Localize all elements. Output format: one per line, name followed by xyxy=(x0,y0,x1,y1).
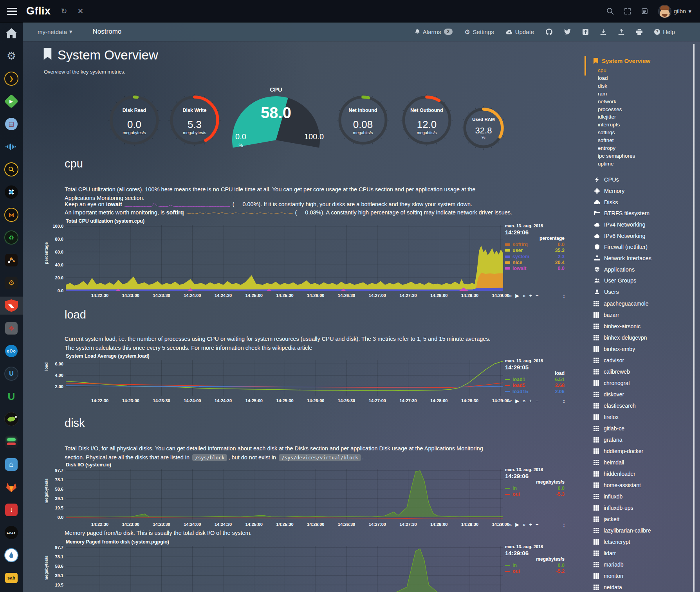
hamburger-menu-icon[interactable] xyxy=(7,8,17,15)
play-icon[interactable]: ▶ xyxy=(515,293,519,298)
sidebar-app-jackett[interactable] xyxy=(0,160,23,178)
sidebar-item-softnet[interactable]: softnet xyxy=(594,137,691,144)
update-button[interactable]: Update xyxy=(506,29,534,35)
play-icon[interactable]: ▶ xyxy=(515,522,519,527)
sidebar-app-home[interactable] xyxy=(0,24,23,42)
pan-backward-icon[interactable]: « xyxy=(509,398,512,403)
sidebar-app-binhex-emby[interactable]: binhex-emby xyxy=(594,343,691,354)
legend-in[interactable]: in0.0 xyxy=(505,563,565,568)
pan-forward-icon[interactable]: » xyxy=(523,293,525,298)
sidebar-app-monitorr[interactable]: monitorr xyxy=(594,570,691,581)
sidebar-app-gitlab[interactable] xyxy=(0,478,23,496)
sidebar-app-plex[interactable]: ❯ xyxy=(0,70,23,88)
pan-backward-icon[interactable]: « xyxy=(509,293,512,298)
sidebar-section-btrfs-filesystem[interactable]: BTRFS filesystem xyxy=(594,208,691,219)
sidebar-app-settings[interactable]: ⚙ xyxy=(0,47,23,65)
sidebar-section-firewall-netfilter-[interactable]: Firewall (netfilter) xyxy=(594,241,691,253)
github-icon[interactable] xyxy=(546,29,552,35)
sidebar-section-disks[interactable]: Disks xyxy=(594,196,691,208)
legend-user[interactable]: user35.3 xyxy=(505,248,565,253)
sidebar-app-home-assistant[interactable]: ⌂ xyxy=(0,455,23,473)
sidebar-app-diskover[interactable]: diskover xyxy=(594,389,691,400)
sidebar-app-monitorr[interactable] xyxy=(0,433,23,451)
host-dropdown[interactable]: my-netdata▾ xyxy=(38,28,72,35)
print-icon[interactable] xyxy=(636,29,642,35)
zoom-in-icon[interactable]: + xyxy=(529,293,532,298)
legend-iowait[interactable]: iowait0.0 xyxy=(505,266,565,271)
sidebar-app-airsonic[interactable] xyxy=(0,138,23,156)
sidebar-app-calibre-web[interactable]: ▤ xyxy=(0,115,23,133)
pan-forward-icon[interactable]: » xyxy=(523,522,525,527)
chart-resize-handle[interactable]: ↕ xyxy=(563,522,565,528)
sidebar-app-apacheguacamole[interactable]: apacheguacamole xyxy=(594,298,691,309)
sidebar-section-cpus[interactable]: CPUs xyxy=(594,174,691,185)
pan-forward-icon[interactable]: » xyxy=(523,398,525,403)
sidebar-app-sabnzbd[interactable]: sab xyxy=(0,569,23,587)
sidebar-app-cadvisor[interactable]: cadvisor xyxy=(594,354,691,366)
sidebar-section-user-groups[interactable]: User Groups xyxy=(594,275,691,286)
legend-nice[interactable]: nice20.4 xyxy=(505,260,565,265)
sidebar-app-deluge[interactable]: ⋈ xyxy=(0,206,23,224)
legend-system[interactable]: system2.3 xyxy=(505,254,565,259)
sidebar-item-entropy[interactable]: entropy xyxy=(594,144,691,152)
sidebar-app-duplicati[interactable] xyxy=(0,546,23,564)
facebook-icon[interactable] xyxy=(583,29,588,35)
sidebar-app-resilio[interactable]: ❖ xyxy=(0,319,23,337)
sidebar-app-ubooquity[interactable]: U xyxy=(0,365,23,383)
sidebar-app-lidarr[interactable]: lidarr xyxy=(594,547,691,559)
settings-button[interactable]: ⚙ Settings xyxy=(464,28,494,36)
sidebar-app-influxdb-ups[interactable]: influxdb-ups xyxy=(594,502,691,513)
sidebar-app-netdata[interactable]: netdata xyxy=(594,581,691,592)
alarms-button[interactable]: Alarms 2 xyxy=(415,29,453,35)
sidebar-app-mariadb[interactable]: mariadb xyxy=(594,559,691,570)
sidebar-app-binhex-delugevpn[interactable]: binhex-delugevpn xyxy=(594,332,691,343)
help-button[interactable]: ? Help xyxy=(654,29,675,35)
sidebar-app-lazylibrarian[interactable]: LAZY xyxy=(0,524,23,542)
sidebar-app-influxdb[interactable]: influxdb xyxy=(594,491,691,502)
zoom-in-icon[interactable]: + xyxy=(529,398,532,403)
sidebar-item-ipc-semaphores[interactable]: ipc semaphores xyxy=(594,152,691,160)
zoom-out-icon[interactable]: − xyxy=(536,398,539,403)
sidebar-app-bazarr[interactable]: bazarr xyxy=(594,309,691,320)
user-menu[interactable]: gilbn ▾ xyxy=(658,5,691,18)
sidebar-item-uptime[interactable]: uptime xyxy=(594,160,691,168)
softirq-sparkline[interactable] xyxy=(186,210,293,215)
chart-plot[interactable] xyxy=(66,546,503,592)
sidebar-app-hiddenloader[interactable]: hiddenloader xyxy=(594,468,691,479)
pan-backward-icon[interactable]: « xyxy=(509,522,512,527)
upload-icon[interactable] xyxy=(618,29,624,35)
sidebar-app-hddtemp-docker[interactable]: hddtemp-docker xyxy=(594,445,691,457)
sidebar-section-memory[interactable]: Memory xyxy=(594,185,691,196)
sidebar-app-hydra[interactable]: ⚙ xyxy=(0,274,23,292)
legend-load15[interactable]: load152.06 xyxy=(505,389,565,394)
play-icon[interactable]: ▶ xyxy=(515,398,519,403)
fullscreen-icon[interactable] xyxy=(624,8,631,15)
sidebar-app-elasticsearch[interactable]: elasticsearch xyxy=(594,400,691,411)
sidebar-section-ipv4-networking[interactable]: IPv4 Networking xyxy=(594,219,691,230)
iowait-sparkline[interactable] xyxy=(124,202,230,207)
sidebar-app-recycle[interactable]: ♻ xyxy=(0,229,23,247)
sidebar-app-organizr-tab[interactable]: ✖ xyxy=(0,183,23,201)
sidebar-app-calibreweb[interactable]: calibreweb xyxy=(594,366,691,377)
sidebar-app-metube[interactable]: ↓ xyxy=(0,501,23,519)
sidebar-app-unmanic[interactable]: U xyxy=(0,387,23,405)
chart-plot[interactable] xyxy=(66,360,503,396)
legend-load1[interactable]: load16.51 xyxy=(505,377,565,382)
gauge-disk-write[interactable]: Disk Write5.3megabytes/s xyxy=(166,92,223,149)
sidebar-item-interrupts[interactable]: interrupts xyxy=(594,121,691,129)
twitter-icon[interactable] xyxy=(564,29,571,35)
zoom-in-icon[interactable]: + xyxy=(529,522,532,527)
sidebar-app-letsencrypt[interactable]: letsencrypt xyxy=(594,536,691,547)
sidebar-app-netdata[interactable] xyxy=(0,297,23,315)
sidebar-item-load[interactable]: load xyxy=(594,74,691,82)
sidebar-app-tautulli[interactable] xyxy=(0,410,23,428)
sidebar-app-diskover[interactable] xyxy=(0,251,23,269)
legend-out[interactable]: out-5.2 xyxy=(505,569,565,574)
sidebar-app-home-assistant[interactable]: home-assistant xyxy=(594,479,691,491)
download-icon[interactable] xyxy=(600,29,606,35)
sidebar-section-applications[interactable]: Applications xyxy=(594,264,691,275)
legend-out[interactable]: out-5.3 xyxy=(505,491,565,497)
sidebar-app-chronograf[interactable]: chronograf xyxy=(594,377,691,389)
sidebar-item-network[interactable]: network xyxy=(594,98,691,106)
sidebar-app-nextcloud[interactable]: oOo xyxy=(0,342,23,360)
